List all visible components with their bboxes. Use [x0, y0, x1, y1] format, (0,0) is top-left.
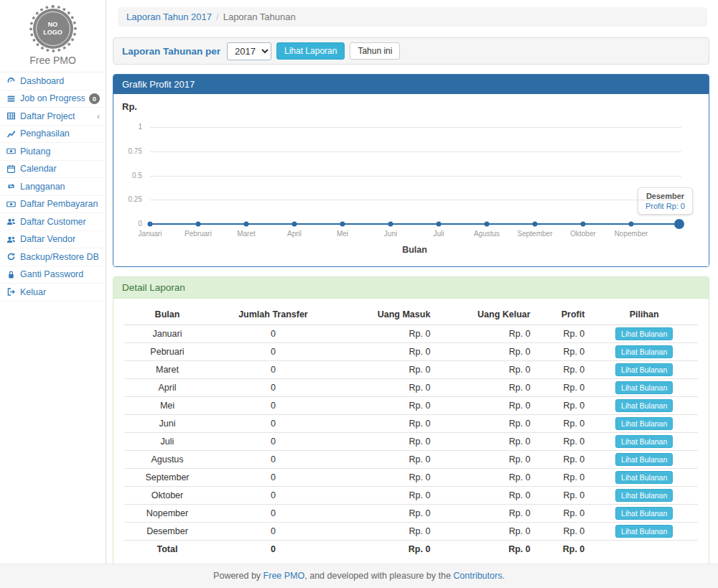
- cell-profit: Rp. 0: [536, 361, 591, 379]
- sidebar-item-job-on-progress[interactable]: Job on Progress0: [0, 90, 106, 108]
- sidebar-item-penghasilan[interactable]: Penghasilan: [0, 126, 106, 144]
- lihat-bulanan-button[interactable]: Lihat Bulanan: [615, 327, 673, 340]
- sidebar-item-langganan[interactable]: Langganan: [0, 178, 106, 196]
- cell-jumlah-transfer: 0: [210, 541, 336, 558]
- data-point-nopember[interactable]: [629, 222, 634, 227]
- column-header-uang-masuk: Uang Masuk: [336, 304, 436, 325]
- sidebar-item-daftar-pembayaran[interactable]: Daftar Pembayaran: [0, 196, 106, 214]
- cell-pilihan: Lihat Bulanan: [590, 523, 698, 541]
- sidebar-item-label: Daftar Pembayaran: [20, 199, 98, 209]
- sidebar-menu: DashboardJob on Progress0Daftar Project‹…: [0, 72, 106, 302]
- calendar-icon: [6, 164, 16, 174]
- report-table-head: BulanJumlah TransferUang MasukUang Kelua…: [124, 304, 698, 325]
- main-content: Laporan Tahun 2017/Laporan Tahunan Lapor…: [107, 0, 718, 564]
- sidebar-item-keluar[interactable]: Keluar: [0, 284, 106, 302]
- view-report-button[interactable]: Lihat Laporan: [276, 42, 345, 60]
- data-point-januari[interactable]: [148, 222, 153, 227]
- table-row: Oktober0Rp. 0Rp. 0Rp. 0Lihat Bulanan: [124, 487, 698, 505]
- sidebar-item-label: Daftar Customer: [20, 217, 86, 227]
- cell-uang-masuk: Rp. 0: [336, 433, 436, 451]
- cell-profit: Rp. 0: [536, 451, 591, 469]
- sidebar-item-daftar-vendor[interactable]: Daftar Vendor: [0, 231, 106, 249]
- cell-uang-keluar: Rp. 0: [436, 325, 536, 343]
- money-icon: [6, 146, 16, 157]
- dashboard-icon: [6, 76, 16, 86]
- lihat-bulanan-button[interactable]: Lihat Bulanan: [615, 525, 673, 538]
- total-row: Total0Rp. 0Rp. 0Rp. 0: [124, 541, 698, 558]
- cell-uang-keluar: Rp. 0: [436, 469, 536, 487]
- lihat-bulanan-button[interactable]: Lihat Bulanan: [615, 417, 673, 430]
- lihat-bulanan-button[interactable]: Lihat Bulanan: [615, 345, 673, 358]
- lihat-bulanan-button[interactable]: Lihat Bulanan: [615, 453, 673, 466]
- x-tick-label: Maret: [237, 230, 256, 238]
- lihat-bulanan-button[interactable]: Lihat Bulanan: [615, 489, 673, 502]
- cell-jumlah-transfer: 0: [210, 325, 336, 343]
- column-header-pilihan: Pilihan: [590, 304, 698, 325]
- cell-uang-keluar: Rp. 0: [436, 343, 536, 361]
- sidebar-item-label: Backup/Restore DB: [20, 252, 99, 262]
- lihat-bulanan-button[interactable]: Lihat Bulanan: [615, 381, 673, 394]
- cell-pilihan: Lihat Bulanan: [590, 379, 698, 397]
- data-point-juni[interactable]: [388, 222, 393, 227]
- logo-box: NO LOGO Free PMO: [0, 0, 106, 72]
- lihat-bulanan-button[interactable]: Lihat Bulanan: [615, 363, 673, 376]
- refresh-icon: [6, 252, 16, 262]
- cell-bulan: Desember: [124, 523, 210, 541]
- gridline: [150, 176, 681, 177]
- money-icon: [6, 199, 16, 209]
- breadcrumb-link[interactable]: Laporan Tahun 2017: [126, 11, 212, 22]
- cell-pilihan: Lihat Bulanan: [590, 469, 698, 487]
- cell-uang-keluar: Rp. 0: [436, 397, 536, 415]
- report-table: BulanJumlah TransferUang MasukUang Kelua…: [124, 304, 698, 558]
- lihat-bulanan-button[interactable]: Lihat Bulanan: [615, 399, 673, 412]
- footer-contributors-link[interactable]: Contributors: [453, 571, 502, 581]
- cell-uang-masuk: Rp. 0: [336, 469, 436, 487]
- data-point-maret[interactable]: [244, 222, 249, 227]
- cell-uang-keluar: Rp. 0: [436, 361, 536, 379]
- cell-bulan: Nopember: [124, 505, 210, 523]
- cell-profit: Rp. 0: [536, 397, 591, 415]
- year-select[interactable]: 2017: [227, 42, 271, 60]
- cell-uang-keluar: Rp. 0: [436, 541, 536, 558]
- table-icon: [6, 111, 16, 121]
- lihat-bulanan-button[interactable]: Lihat Bulanan: [615, 507, 673, 520]
- x-tick-label: Oktober: [570, 230, 596, 238]
- cell-uang-masuk: Rp. 0: [336, 325, 436, 343]
- data-point-agustus[interactable]: [485, 222, 490, 227]
- lihat-bulanan-button[interactable]: Lihat Bulanan: [615, 471, 673, 484]
- data-point-oktober[interactable]: [581, 222, 586, 227]
- footer-app-link[interactable]: Free PMO: [264, 571, 305, 581]
- sidebar-item-piutang[interactable]: Piutang: [0, 143, 106, 161]
- sidebar-item-backup-restore-db[interactable]: Backup/Restore DB: [0, 248, 106, 266]
- tasks-icon: [6, 93, 16, 103]
- cell-bulan: Maret: [124, 361, 210, 379]
- cell-jumlah-transfer: 0: [210, 469, 336, 487]
- sidebar-item-daftar-project[interactable]: Daftar Project‹: [0, 108, 106, 126]
- filter-label: Laporan Tahunan per: [122, 46, 220, 57]
- sidebar-item-ganti-password[interactable]: Ganti Password: [0, 266, 106, 284]
- cell-jumlah-transfer: 0: [210, 397, 336, 415]
- x-axis-title: Bulan: [402, 245, 427, 255]
- retweet-icon: [6, 182, 16, 192]
- data-point-september[interactable]: [533, 222, 538, 227]
- sidebar-item-calendar[interactable]: Calendar: [0, 161, 106, 179]
- sidebar-item-dashboard[interactable]: Dashboard: [0, 73, 106, 90]
- detail-report-panel: Detail Laporan BulanJumlah TransferUang …: [113, 276, 709, 570]
- this-year-button[interactable]: Tahun ini: [350, 42, 400, 60]
- sidebar-item-daftar-customer[interactable]: Daftar Customer: [0, 213, 106, 231]
- data-point-juli[interactable]: [437, 222, 442, 227]
- cell-profit: Rp. 0: [536, 469, 591, 487]
- data-point-desember[interactable]: [674, 219, 684, 229]
- cell-uang-keluar: Rp. 0: [436, 415, 536, 433]
- x-tick-label: September: [518, 230, 553, 238]
- cell-bulan: Agustus: [124, 451, 210, 469]
- data-point-pebruari[interactable]: [196, 222, 201, 227]
- data-point-april[interactable]: [292, 222, 297, 227]
- chart-panel-title: Grafik Profit 2017: [113, 75, 709, 94]
- column-header-jumlah-transfer: Jumlah Transfer: [210, 304, 336, 325]
- sidebar-item-label: Penghasilan: [20, 129, 70, 139]
- data-point-mei[interactable]: [340, 222, 345, 227]
- cell-jumlah-transfer: 0: [210, 361, 336, 379]
- lihat-bulanan-button[interactable]: Lihat Bulanan: [615, 435, 673, 448]
- sign-out-icon: [6, 287, 16, 297]
